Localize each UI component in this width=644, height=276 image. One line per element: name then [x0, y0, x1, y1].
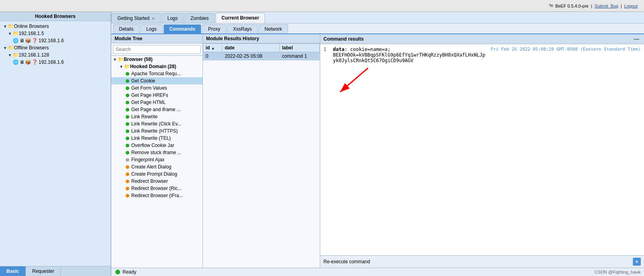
subtab-details[interactable]: Details [113, 24, 140, 33]
module-search-input[interactable] [113, 45, 201, 54]
arrow-icon: ▼ [3, 46, 7, 50]
subtab-proxy[interactable]: Proxy [202, 24, 226, 33]
module-item-label: Link Rewrite (HTTPS) [131, 128, 178, 134]
module-dot-icon [126, 122, 129, 126]
hooked-domain-folder[interactable]: ▼ 📁 Hooked Domain (28) [111, 63, 202, 70]
module-item[interactable]: Link Rewrite (Click Ev... [111, 120, 202, 127]
module-item-label: Create Alert Dialog [131, 164, 171, 170]
tab-logs[interactable]: Logs [161, 13, 184, 23]
module-item[interactable]: Create Alert Dialog [111, 163, 202, 170]
module-item[interactable]: Get Page HREFs [111, 92, 202, 99]
close-icon[interactable]: ✕ [152, 16, 155, 21]
module-dot-icon [126, 79, 129, 83]
module-dot-icon [126, 158, 129, 162]
module-item[interactable]: Apache Tomcat Requ... [111, 70, 202, 77]
col-date[interactable]: date [222, 44, 279, 52]
tab-bar: Getting Started ✕ Logs Zombies Current B… [111, 12, 644, 23]
module-dot-icon [126, 108, 129, 112]
subtab-logs[interactable]: Logs [140, 24, 163, 33]
right-panel: Getting Started ✕ Logs Zombies Current B… [111, 12, 644, 276]
module-dot-icon [126, 194, 129, 198]
hooked-browsers-title: Hooked Browsers [0, 12, 111, 21]
online-browsers-label: Online Browsers [14, 23, 49, 29]
top-bar: 🐄 BeEF 0.5.4.0-pre | Submit_Bug | Logout [0, 0, 644, 12]
bottom-tabs: Basic Requester [0, 266, 111, 276]
arrow-icon: ▼ [8, 31, 12, 36]
data-key: data [333, 47, 344, 52]
module-dot-icon [126, 165, 129, 169]
status-label: Ready [123, 269, 136, 275]
command-results-header: Command results — [320, 34, 644, 44]
subtab-xssrays[interactable]: XssRays [227, 24, 258, 33]
module-item[interactable]: Get Page HTML [111, 99, 202, 106]
module-dot-icon [126, 187, 129, 190]
module-item-label: Redirect Browser [131, 178, 168, 184]
browser-icon-vm2: 📦 [25, 59, 31, 65]
offline-browsers-label: Offline Browsers [14, 45, 49, 51]
subtab-commands[interactable]: Commands [163, 24, 201, 33]
separator-2: | [621, 4, 622, 8]
module-item[interactable]: Get Page and iframe ... [111, 106, 202, 113]
module-item[interactable]: Create Prompt Dialog [111, 170, 202, 178]
module-item[interactable]: Remove stuck iframe ... [111, 149, 202, 156]
col-id[interactable]: id ▲ [203, 44, 222, 52]
arrow-icon: ▼ [8, 53, 12, 57]
module-item-label: Fingerprint Ajax [131, 157, 164, 162]
tab-current-browser[interactable]: Current Browser [216, 13, 265, 23]
svg-line-1 [340, 68, 368, 92]
app-name: BeEF 0.5.4.0-pre [555, 4, 589, 8]
tab-basic[interactable]: Basic [0, 266, 26, 276]
module-item-label: Overflow Cookie Jar [131, 143, 174, 148]
logout-link[interactable]: Logout [624, 4, 638, 8]
tree-online-browsers[interactable]: ▼ 📁 Online Browsers [0, 23, 111, 30]
module-item[interactable]: Redirect Browser (iFra... [111, 192, 202, 199]
module-item[interactable]: Link Rewrite (TEL) [111, 135, 202, 142]
tree-ip-group-2[interactable]: ▼ 📁 192.168.1.128 [0, 51, 111, 59]
module-item[interactable]: Fingerprint Ajax [111, 156, 202, 163]
browser-folder-label: Browser (58) [124, 57, 153, 62]
module-item[interactable]: Redirect Browser (Ric... [111, 185, 202, 192]
subtab-network[interactable]: Network [259, 24, 288, 33]
tab-zombies[interactable]: Zombies [185, 13, 215, 23]
module-item[interactable]: Link Rewrite [111, 113, 202, 120]
module-dot-icon [126, 144, 129, 147]
hooked-domain-label: Hooked Domain (28) [130, 64, 176, 69]
module-items-container: Apache Tomcat Requ...Get CookieGet Form … [111, 70, 202, 199]
arrow-icon: ▼ [119, 65, 123, 69]
module-tree-panel: Module Tree ▼ 📁 Browser (58) ▼ 📁 [111, 34, 203, 268]
tree-ip-group-1[interactable]: ▼ 📁 192.168.1.5 [0, 30, 111, 37]
browser-icon-question2: ❓ [32, 59, 38, 65]
module-item[interactable]: Link Rewrite (HTTPS) [111, 127, 202, 135]
browser-2-ip: 192.168.1.6 [39, 59, 64, 65]
tree-browser-1[interactable]: 🌐 🖥 📦 ❓ 192.168.1.6 [0, 37, 111, 44]
folder-icon: 📁 [124, 64, 130, 69]
browser-icon-question: ❓ [32, 38, 38, 43]
module-dot-icon [126, 129, 129, 133]
module-item[interactable]: Get Cookie [111, 77, 202, 84]
module-dot-icon [126, 101, 129, 104]
folder-icon: 📁 [13, 31, 19, 36]
browser-icon-ie: 🌐 [13, 38, 19, 43]
module-dot-icon [126, 86, 129, 90]
command-results-content: 1 data: cookie=name=a; BEEFHOOk=kVBBqpSF… [320, 44, 644, 255]
col-label[interactable]: label [279, 44, 319, 52]
table-row[interactable]: 02022-02-25 05:08command 1 [203, 52, 320, 61]
browser-folder[interactable]: ▼ 📁 Browser (58) [111, 56, 202, 63]
tab-requester[interactable]: Requester [26, 266, 61, 276]
subtab-bar: Details Logs Commands Proxy XssRays Netw… [111, 23, 644, 34]
module-item[interactable]: Redirect Browser [111, 178, 202, 185]
result-row: 1 data: cookie=name=a; BEEFHOOk=kVBBqpSF… [323, 47, 641, 63]
module-dot-icon [126, 151, 129, 155]
results-table: id ▲ date label 02022-02-25 05:08command… [203, 43, 320, 61]
result-timestamp: Fri Feb 25 2022 05:08:29 GMT-0500 (Easte… [491, 47, 641, 63]
module-item-label: Get Cookie [131, 78, 155, 84]
minimize-button[interactable]: — [632, 36, 641, 42]
tab-getting-started[interactable]: Getting Started ✕ [111, 13, 161, 23]
module-item[interactable]: Get Form Values [111, 84, 202, 92]
tree-browser-2[interactable]: 🌐 🖥 📦 ❓ 192.168.1.6 [0, 59, 111, 66]
plus-button[interactable]: + [633, 258, 641, 266]
module-item[interactable]: Overflow Cookie Jar [111, 142, 202, 149]
tree-offline-browsers[interactable]: ▼ 📁 Offline Browsers [0, 44, 111, 51]
module-tree-list: ▼ 📁 Browser (58) ▼ 📁 Hooked Domain (28) … [111, 56, 202, 268]
submit-bug-link[interactable]: Submit_Bug [595, 4, 619, 8]
